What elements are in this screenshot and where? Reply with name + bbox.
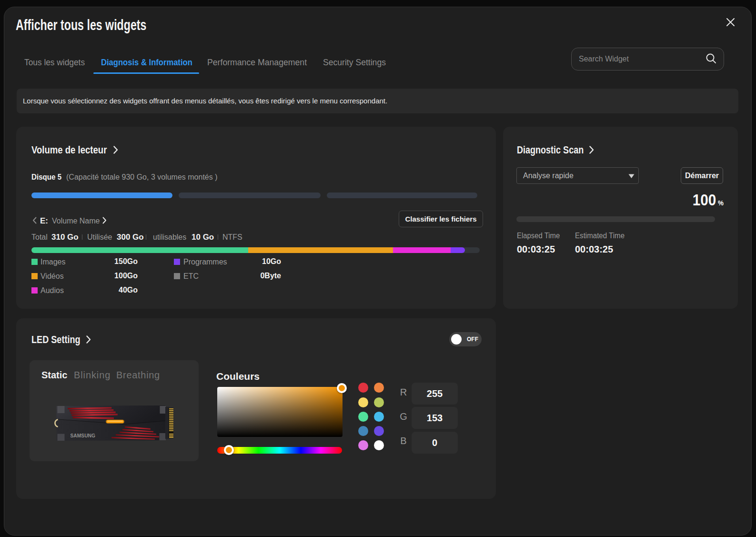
svg-text:SAMSUNG: SAMSUNG: [71, 433, 96, 438]
